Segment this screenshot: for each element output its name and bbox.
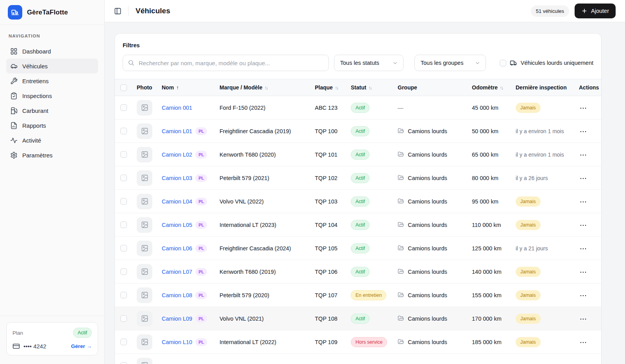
vehicle-plate: TQP 104 xyxy=(312,213,348,237)
vehicle-name-link[interactable]: Camion L02 xyxy=(162,152,192,158)
vehicle-count-badge: 51 véhicules xyxy=(531,5,569,17)
status-badge: Actif xyxy=(351,243,370,253)
vehicle-name-link[interactable]: Camion L08 xyxy=(162,292,192,298)
vehicle-name-link[interactable]: Camion L09 xyxy=(162,316,192,322)
group-filter-select[interactable]: Tous les groupes xyxy=(414,55,486,71)
group-name: Camions lourds xyxy=(408,245,447,252)
vehicle-name-link[interactable]: Camion L04 xyxy=(162,198,192,205)
sidebar-item-parametres[interactable]: Paramètres xyxy=(6,148,98,162)
inspection-never-badge: Jamais xyxy=(516,220,541,230)
vehicle-name-link[interactable]: Camion L06 xyxy=(162,245,192,252)
vehicle-name-link[interactable]: Camion L03 xyxy=(162,175,192,181)
vehicle-plate: TQP 108 xyxy=(312,307,348,330)
vehicle-plate: ABC 123 xyxy=(312,96,348,120)
inspection-date: il y a 21 jours xyxy=(516,245,548,252)
row-actions-button[interactable] xyxy=(579,340,588,345)
row-actions-button[interactable] xyxy=(579,293,588,298)
vehicle-name-link[interactable]: Camion L05 xyxy=(162,222,192,228)
table-row: Camion L04PLVolvo VNL (2022)TQP 103Actif… xyxy=(115,190,602,213)
row-checkbox[interactable] xyxy=(120,292,127,298)
row-actions-button[interactable] xyxy=(579,105,588,111)
row-actions-button[interactable] xyxy=(579,176,588,181)
vehicle-name-link[interactable]: Camion L01 xyxy=(162,128,192,134)
sidebar-item-label: Carburant xyxy=(22,107,48,114)
group-name: Camions lourds xyxy=(408,316,447,322)
ellipsis-icon xyxy=(580,224,587,227)
vehicle-odometer: 50 000 km xyxy=(470,120,513,143)
image-icon xyxy=(141,268,148,275)
row-checkbox[interactable] xyxy=(120,362,127,364)
folder-icon xyxy=(398,128,404,134)
row-checkbox[interactable] xyxy=(120,175,127,181)
vehicle-name-link[interactable]: Camion 001 xyxy=(162,105,192,111)
search-input[interactable] xyxy=(123,55,329,71)
plan-manage-link[interactable]: Gérer → xyxy=(71,343,92,349)
vehicle-photo-placeholder xyxy=(137,194,152,209)
vehicle-model: Peterbilt 579 (2021) xyxy=(217,166,312,190)
row-checkbox[interactable] xyxy=(120,104,127,111)
row-checkbox[interactable] xyxy=(120,198,127,205)
column-label: Nom xyxy=(162,84,174,91)
row-actions-button[interactable] xyxy=(579,223,588,228)
row-checkbox[interactable] xyxy=(120,151,127,158)
sidebar-item-rapports[interactable]: Rapports xyxy=(6,118,98,133)
table-row-partial xyxy=(115,354,602,364)
sidebar-item-dashboard[interactable]: Dashboard xyxy=(6,44,98,59)
add-vehicle-button[interactable]: Ajouter xyxy=(575,4,616,18)
column-header-plate[interactable]: Plaque↑↓ xyxy=(312,79,348,96)
row-actions-button[interactable] xyxy=(579,152,588,158)
app-name: GèreTaFlotte xyxy=(27,9,68,16)
sidebar-item-carburant[interactable]: Carburant xyxy=(6,103,98,118)
status-filter-select[interactable]: Tous les statuts xyxy=(334,55,404,71)
sidebar-item-vehicules[interactable]: Véhicules xyxy=(6,59,98,73)
image-icon xyxy=(141,174,148,182)
sidebar-footer: Plan Actif •••• 4242 Gérer → xyxy=(0,316,104,364)
row-actions-button[interactable] xyxy=(579,129,588,134)
row-checkbox[interactable] xyxy=(120,245,127,252)
vehicle-photo-placeholder xyxy=(137,241,152,256)
credit-card-icon xyxy=(12,343,20,350)
column-header-status[interactable]: Statut↑↓ xyxy=(348,79,395,96)
ellipsis-icon xyxy=(580,177,587,180)
vehicle-name-link[interactable]: Camion L07 xyxy=(162,269,192,275)
fuel-icon xyxy=(10,107,18,114)
image-icon xyxy=(141,338,148,346)
row-checkbox[interactable] xyxy=(120,315,127,322)
vehicle-name-link[interactable]: Camion L10 xyxy=(162,339,192,345)
column-header-model[interactable]: Marque / Modèle↑↓ xyxy=(217,79,312,96)
main-area: Véhicules 51 véhicules Ajouter Filtres xyxy=(105,0,625,364)
page-content: Filtres Tous les statuts xyxy=(105,22,625,364)
vehicle-model: International LT (2023) xyxy=(217,213,312,237)
column-header-odometer[interactable]: Odomètre↑↓ xyxy=(470,79,513,96)
sidebar-item-activite[interactable]: Activité xyxy=(6,133,98,148)
select-all-checkbox[interactable] xyxy=(120,84,127,91)
row-actions-button[interactable] xyxy=(579,246,588,252)
row-actions-button[interactable] xyxy=(579,269,588,275)
plan-status-badge: Actif xyxy=(73,328,92,338)
truck-icon xyxy=(510,59,517,67)
status-badge: Hors service xyxy=(351,337,387,347)
heavy-only-filter: Véhicules lourds uniquement xyxy=(500,59,593,67)
row-checkbox[interactable] xyxy=(120,128,127,134)
status-badge: En entretien xyxy=(351,290,386,300)
chevron-down-icon xyxy=(475,60,480,66)
sidebar-item-entretiens[interactable]: Entretiens xyxy=(6,73,98,88)
column-header-name[interactable]: Nom↑ xyxy=(159,79,217,96)
status-badge: Actif xyxy=(351,196,370,207)
row-actions-button[interactable] xyxy=(579,316,588,322)
inspection-date: il y a 26 jours xyxy=(516,175,548,181)
row-checkbox[interactable] xyxy=(120,221,127,228)
sidebar-toggle-button[interactable] xyxy=(112,5,123,17)
sidebar-item-inspections[interactable]: Inspections xyxy=(6,88,98,103)
ellipsis-icon xyxy=(580,201,587,203)
heavy-vehicle-tag: PL xyxy=(195,244,207,252)
row-actions-button[interactable] xyxy=(579,199,588,205)
folder-icon xyxy=(398,339,404,345)
row-checkbox[interactable] xyxy=(120,268,127,275)
sort-both-icon: ↑↓ xyxy=(335,85,338,91)
group-name: Camions lourds xyxy=(408,152,447,158)
vehicle-odometer: 45 000 km xyxy=(470,96,513,120)
row-checkbox[interactable] xyxy=(120,339,127,345)
heavy-only-checkbox[interactable] xyxy=(500,60,506,66)
image-icon xyxy=(141,198,148,205)
